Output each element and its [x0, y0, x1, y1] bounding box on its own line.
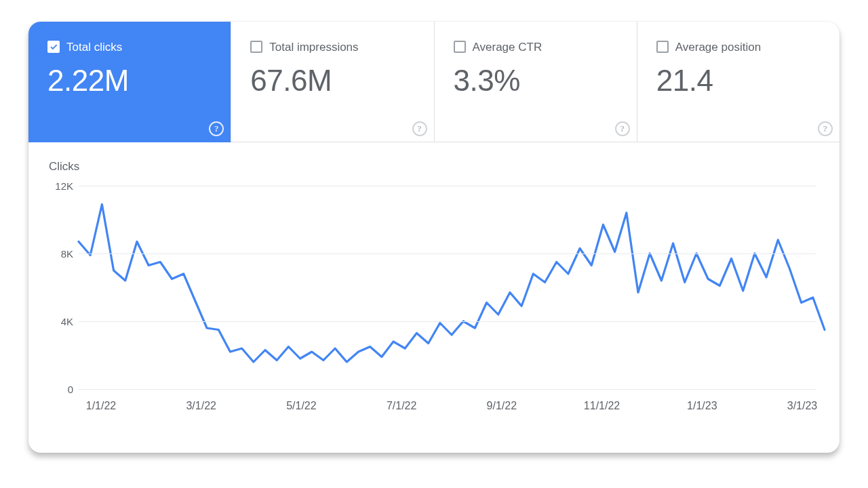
x-tick: 3/1/22	[186, 400, 216, 412]
chart-area: Clicks 04K8K12K 1/1/223/1/225/1/227/1/22…	[28, 142, 840, 453]
y-tick: 8K	[46, 248, 73, 260]
metric-average-ctr[interactable]: Average CTR 3.3% ?	[435, 22, 637, 142]
metric-label: Average CTR	[473, 41, 542, 53]
metric-label: Total clicks	[66, 41, 122, 53]
metric-label: Total impressions	[269, 41, 358, 53]
grid-line	[79, 253, 816, 254]
metric-total-clicks[interactable]: Total clicks 2.22M ?	[28, 22, 231, 142]
grid-line	[79, 321, 816, 322]
x-tick: 1/1/22	[86, 400, 116, 412]
x-tick: 5/1/22	[286, 400, 316, 412]
checkbox-unchecked-icon	[454, 41, 466, 53]
help-icon[interactable]: ?	[209, 121, 224, 136]
chart-x-axis: 1/1/223/1/225/1/227/1/229/1/2211/1/221/1…	[79, 400, 825, 416]
metric-total-impressions[interactable]: Total impressions 67.6M ?	[231, 22, 434, 142]
chart-plot[interactable]: 04K8K12K	[79, 186, 825, 389]
metric-value: 21.4	[656, 64, 821, 98]
help-icon[interactable]: ?	[615, 121, 630, 136]
checkbox-unchecked-icon	[656, 41, 669, 53]
x-tick: 11/1/22	[584, 400, 620, 412]
checkbox-checked-icon	[47, 41, 60, 53]
grid-line	[79, 389, 816, 390]
x-tick: 9/1/22	[487, 400, 517, 412]
metric-average-position[interactable]: Average position 21.4 ?	[637, 22, 840, 142]
x-tick: 3/1/23	[787, 400, 817, 412]
grid-line	[79, 186, 816, 186]
metric-value: 3.3%	[454, 64, 618, 98]
y-tick: 12K	[46, 180, 73, 192]
help-icon[interactable]: ?	[412, 121, 427, 136]
metric-value: 67.6M	[250, 64, 414, 98]
chart-y-label: Clicks	[49, 160, 825, 174]
checkbox-unchecked-icon	[250, 41, 262, 53]
clicks-line	[79, 186, 825, 389]
performance-card: Total clicks 2.22M ? Total impressions 6…	[28, 22, 840, 453]
y-tick: 4K	[46, 316, 73, 327]
x-tick: 7/1/22	[387, 400, 416, 412]
metrics-row: Total clicks 2.22M ? Total impressions 6…	[28, 22, 840, 142]
help-icon[interactable]: ?	[818, 121, 833, 136]
x-tick: 1/1/23	[687, 400, 717, 412]
metric-label: Average position	[675, 41, 761, 53]
y-tick: 0	[46, 384, 73, 395]
metric-value: 2.22M	[47, 64, 212, 98]
